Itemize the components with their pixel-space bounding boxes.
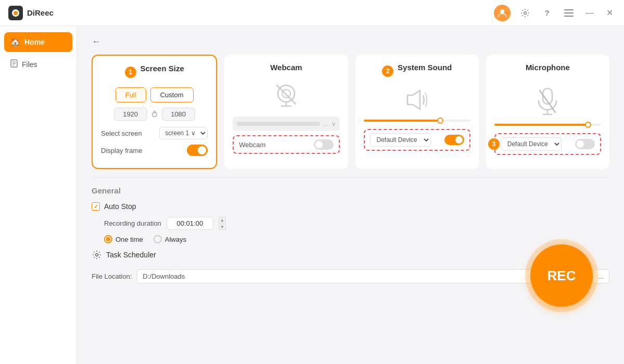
titlebar-left: DiReec	[8, 6, 54, 20]
select-screen-label: Select screen	[101, 129, 142, 137]
sidebar-item-home-label: Home	[24, 38, 45, 46]
webcam-title: Webcam	[233, 63, 339, 72]
microphone-controls-dashed: 3 Default Device	[494, 133, 601, 155]
home-icon: 🏠	[10, 37, 20, 47]
general-title: General	[92, 186, 609, 195]
system-sound-icon-area	[364, 86, 470, 113]
svg-point-10	[278, 85, 295, 102]
sidebar-item-files[interactable]: Files	[4, 54, 72, 74]
webcam-device-bar: ... ∨	[233, 116, 339, 131]
recording-duration-label: Recording duration	[104, 219, 161, 227]
help-icon[interactable]: ?	[540, 6, 554, 20]
sidebar: 🏠 Home Files	[0, 26, 77, 364]
checkbox-check-icon: ✓	[94, 203, 98, 210]
main-content: ← 1 Screen Size Full Custom	[77, 26, 624, 364]
svg-point-1	[524, 11, 527, 14]
titlebar: DiReec ? — ✕	[0, 0, 624, 26]
cards-row: 1 Screen Size Full Custom	[92, 55, 609, 169]
auto-stop-row: ✓ Auto Stop	[92, 202, 609, 211]
svg-point-0	[500, 9, 504, 14]
screen-size-card: 1 Screen Size Full Custom	[92, 55, 217, 169]
webcam-controls-dashed: Webcam	[233, 135, 339, 154]
size-buttons: Full Custom	[101, 87, 208, 102]
back-button[interactable]: ←	[92, 36, 101, 47]
file-path-input[interactable]	[137, 269, 587, 283]
always-radio[interactable]: Always	[154, 235, 186, 243]
display-frame-toggle[interactable]	[187, 145, 208, 156]
webcam-toggle-label: Webcam	[239, 141, 265, 149]
files-icon	[10, 59, 18, 69]
app-logo	[8, 6, 23, 20]
microphone-toggle[interactable]	[575, 139, 595, 149]
system-sound-card: 2 System Sound	[355, 55, 479, 169]
screen-size-title: Screen Size	[141, 64, 184, 73]
task-scheduler-label: Task Scheduler	[106, 251, 156, 259]
system-sound-title: System Sound	[398, 63, 452, 72]
webcam-card: Webcam ... ∨	[224, 55, 348, 169]
duration-up-button[interactable]: ▲	[219, 217, 226, 223]
titlebar-controls: ? — ✕	[494, 5, 616, 21]
svg-rect-4	[564, 16, 574, 17]
microphone-title: Microphone	[526, 63, 570, 72]
screen-select[interactable]: screen 1 ∨	[159, 127, 208, 139]
sidebar-item-files-label: Files	[22, 60, 37, 69]
step-2-badge: 2	[382, 66, 393, 77]
microphone-icon-area	[494, 86, 601, 118]
duration-down-button[interactable]: ▼	[219, 224, 226, 230]
duration-row: Recording duration ▲ ▼	[104, 217, 609, 230]
one-time-label: One time	[116, 236, 143, 243]
one-time-radio[interactable]: One time	[104, 235, 143, 243]
app-name: DiReec	[27, 8, 54, 17]
microphone-device-select[interactable]: Default Device	[501, 137, 562, 151]
close-button[interactable]: ✕	[603, 7, 616, 19]
file-location-label: File Location:	[92, 272, 132, 280]
system-sound-slider[interactable]	[364, 120, 470, 122]
microphone-card: Microphone	[486, 55, 609, 169]
full-button[interactable]: Full	[116, 87, 146, 102]
svg-rect-9	[152, 113, 157, 116]
step-1-badge: 1	[125, 67, 136, 78]
svg-point-18	[96, 254, 98, 256]
task-gear-icon	[92, 250, 102, 260]
system-sound-controls-dashed: Default Device	[364, 129, 470, 151]
recording-duration-input[interactable]	[167, 217, 213, 230]
auto-stop-label: Auto Stop	[104, 202, 136, 211]
always-radio-outer	[154, 235, 162, 243]
svg-line-17	[540, 90, 555, 112]
lock-icon	[151, 110, 158, 119]
microphone-slider[interactable]	[494, 124, 601, 126]
dimensions-row	[101, 108, 208, 121]
display-frame-label: Display frame	[101, 147, 142, 154]
svg-rect-3	[564, 12, 574, 14]
step-3-badge: 3	[488, 138, 500, 150]
settings-icon[interactable]	[518, 6, 532, 20]
minimize-button[interactable]: —	[583, 7, 596, 19]
webcam-toggle[interactable]	[314, 139, 334, 150]
auto-stop-checkbox[interactable]: ✓	[92, 202, 100, 211]
custom-button[interactable]: Custom	[150, 87, 194, 102]
rec-button[interactable]: REC	[530, 244, 593, 307]
system-sound-device-select[interactable]: Default Device	[370, 133, 431, 147]
webcam-icon-area	[233, 79, 339, 110]
section-divider	[92, 177, 609, 178]
menu-icon[interactable]	[562, 6, 576, 20]
svg-point-11	[282, 89, 290, 98]
avatar-icon[interactable]	[494, 5, 511, 21]
main-layout: 🏠 Home Files ← 1 Screen Si	[0, 26, 624, 364]
rec-outer-ring: REC	[525, 239, 598, 312]
svg-rect-2	[564, 9, 574, 10]
one-time-radio-outer	[104, 235, 112, 243]
select-screen-row: Select screen screen 1 ∨	[101, 127, 208, 139]
one-time-radio-inner	[106, 237, 110, 241]
always-label: Always	[165, 236, 186, 243]
system-sound-toggle[interactable]	[444, 135, 464, 145]
height-input[interactable]	[162, 108, 195, 121]
rec-button-container: REC	[525, 239, 598, 312]
display-frame-row: Display frame	[101, 145, 208, 156]
width-input[interactable]	[114, 108, 147, 121]
sidebar-item-home[interactable]: 🏠 Home	[4, 32, 72, 52]
duration-spinners: ▲ ▼	[219, 217, 226, 230]
